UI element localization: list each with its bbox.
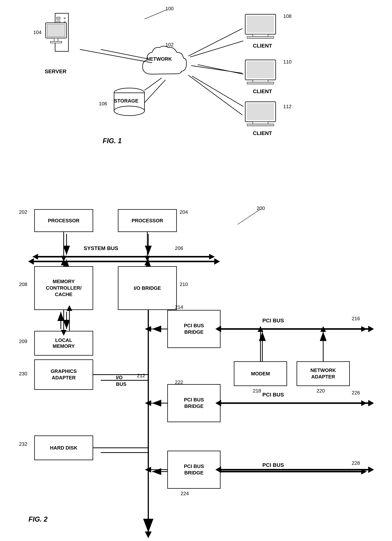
svg-rect-61	[253, 122, 268, 124]
svg-marker-74	[61, 260, 67, 265]
svg-rect-56	[253, 80, 268, 82]
ref-210: 210	[180, 281, 188, 287]
ref-216: 216	[352, 316, 360, 322]
ref-104: 104	[33, 30, 41, 35]
svg-marker-87	[368, 326, 374, 332]
svg-marker-28	[361, 400, 367, 406]
client-108-label: CLIENT	[253, 43, 272, 49]
ref-200: 200	[257, 205, 265, 211]
graphics-adapter-label: GRAPHICS ADAPTER	[51, 368, 77, 381]
pci-bus-1-label: PCI BUS	[262, 317, 284, 324]
svg-rect-37	[57, 17, 60, 19]
ref-218: 218	[253, 388, 261, 394]
storage-label: STORAGE	[114, 98, 138, 104]
client-108-icon	[242, 13, 279, 43]
pci-bridge-2-label: PCI BUS BRIDGE	[184, 397, 204, 410]
pci-bus-3-label: PCI BUS	[262, 462, 284, 468]
io-bus-label2: BUS	[116, 381, 126, 387]
local-memory-label: LOCAL MEMORY	[53, 337, 75, 349]
svg-point-48	[114, 106, 144, 116]
network-label: NETWORK	[146, 56, 172, 62]
ref-230: 230	[19, 371, 27, 377]
modem-box: MODEM	[234, 361, 287, 386]
pci-bridge-2-box: PCI BUS BRIDGE	[167, 384, 221, 422]
ref-106: 106	[99, 101, 107, 107]
svg-marker-103	[368, 467, 374, 473]
svg-marker-91	[320, 326, 326, 332]
pci-bridge-3-box: PCI BUS BRIDGE	[167, 451, 221, 489]
svg-line-108	[188, 75, 242, 115]
fig2-title: FIG. 2	[29, 515, 47, 523]
svg-line-6	[190, 41, 243, 57]
server-icon	[44, 11, 78, 65]
io-bridge-box: I/O BRIDGE	[118, 266, 177, 310]
ref-100: 100	[165, 6, 174, 12]
svg-rect-60	[247, 103, 274, 120]
svg-line-107	[191, 66, 242, 73]
client-110-label: CLIENT	[253, 88, 272, 94]
hard-disk-label: HARD DISK	[50, 445, 77, 451]
pci-bridge-1-box: PCI BUS BRIDGE	[167, 310, 221, 348]
pci-bus-2-label: PCI BUS	[262, 392, 284, 398]
svg-line-106	[188, 29, 242, 56]
ref-202: 202	[19, 209, 27, 215]
io-bridge-label: I/O BRIDGE	[134, 285, 161, 291]
svg-line-8	[192, 76, 243, 106]
ref-228: 228	[352, 460, 360, 466]
ref-212: 212	[137, 373, 145, 379]
network-adapter-label: NETWORK ADAPTER	[310, 367, 336, 380]
svg-rect-45	[50, 42, 62, 43]
io-bus-label: I/O	[116, 375, 123, 380]
modem-label: MODEM	[251, 371, 270, 377]
server-label: SERVER	[45, 68, 67, 74]
ref-204: 204	[180, 209, 188, 215]
system-bus-label: SYSTEM BUS	[84, 245, 118, 251]
svg-line-64	[144, 10, 167, 19]
client-112-label: CLIENT	[253, 130, 272, 136]
svg-marker-84	[145, 326, 151, 332]
client-112-icon	[242, 101, 279, 130]
svg-marker-10	[32, 254, 38, 260]
svg-rect-63	[248, 125, 273, 125]
ref-208: 208	[19, 281, 27, 287]
svg-marker-11	[209, 254, 215, 260]
svg-rect-50	[247, 16, 274, 33]
ref-112: 112	[283, 104, 291, 109]
svg-marker-82	[145, 531, 152, 538]
svg-marker-96	[368, 400, 374, 406]
local-memory-box: LOCAL MEMORY	[34, 331, 93, 356]
svg-marker-93	[145, 400, 151, 406]
svg-marker-89	[258, 326, 263, 332]
graphics-adapter-box: GRAPHICS ADAPTER	[34, 359, 93, 390]
svg-rect-55	[247, 61, 274, 78]
svg-marker-100	[145, 467, 151, 473]
pci-bridge-3-label: PCI BUS BRIDGE	[184, 463, 204, 476]
mem-controller-label: MEMORY CONTROLLER/ CACHE	[46, 278, 82, 298]
pci-bridge-1-label: PCI BUS BRIDGE	[184, 323, 204, 335]
fig1-title: FIG. 1	[103, 137, 122, 145]
svg-marker-72	[214, 258, 220, 265]
svg-point-40	[64, 17, 65, 19]
svg-marker-71	[28, 258, 34, 265]
hard-disk-box: HARD DISK	[34, 436, 93, 460]
processor-2-label: PROCESSOR	[132, 218, 163, 224]
svg-marker-22	[361, 326, 367, 332]
ref-232: 232	[19, 441, 27, 447]
svg-rect-43	[47, 24, 65, 37]
ref-209: 209	[19, 338, 27, 344]
ref-224: 224	[181, 491, 189, 496]
svg-marker-76	[144, 260, 150, 265]
ref-102: 102	[165, 42, 174, 48]
mem-controller-box: MEMORY CONTROLLER/ CACHE	[34, 266, 93, 310]
ref-206: 206	[175, 245, 183, 251]
svg-marker-69	[144, 256, 150, 261]
svg-marker-32	[361, 469, 367, 474]
ref-222: 222	[175, 379, 183, 385]
svg-line-65	[238, 209, 260, 224]
svg-rect-58	[248, 83, 273, 83]
svg-rect-53	[248, 37, 273, 38]
ref-110: 110	[283, 59, 291, 65]
storage-icon: STORAGE	[110, 88, 148, 117]
ref-220: 220	[316, 388, 325, 394]
svg-marker-67	[61, 256, 67, 261]
